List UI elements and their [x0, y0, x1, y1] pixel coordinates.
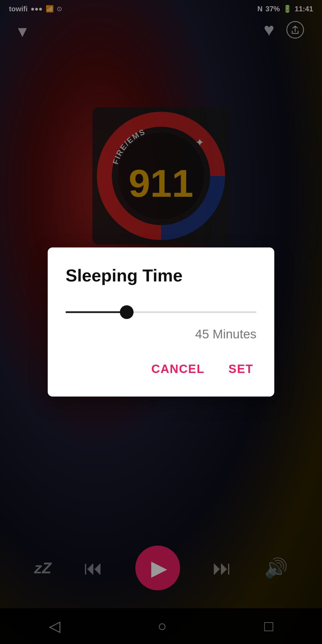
slider-wrapper	[66, 303, 256, 321]
dialog-title: Sleeping Time	[66, 265, 256, 285]
cancel-button[interactable]: CANCEL	[148, 356, 208, 382]
sleeping-time-dialog: Sleeping Time 45 Minutes CANCEL SET	[48, 247, 274, 397]
slider-fill	[66, 311, 127, 313]
set-button[interactable]: SET	[225, 356, 256, 382]
slider-thumb[interactable]	[120, 305, 134, 319]
dialog-actions: CANCEL SET	[66, 356, 256, 382]
sleep-timer-slider-container: 45 Minutes	[66, 303, 256, 341]
slider-value-label: 45 Minutes	[66, 327, 256, 341]
